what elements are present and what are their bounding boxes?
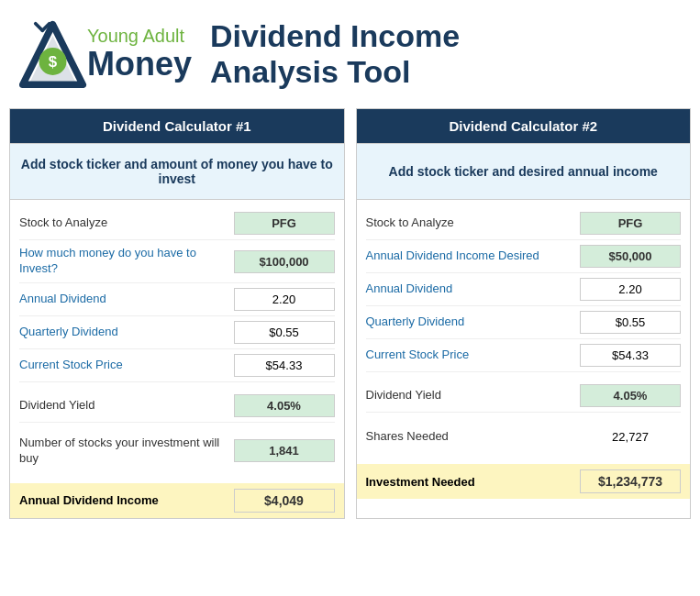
calc2-value-5: 4.05% <box>580 384 681 407</box>
calc1-value-5: 4.05% <box>234 394 335 417</box>
calc1-label-6: Number of stocks your investment will bu… <box>19 430 234 472</box>
calc2-annual-row: Investment Needed $1,234,773 <box>357 464 691 499</box>
calc1-value-6: 1,841 <box>234 439 335 462</box>
calc2-label-4: Current Stock Price <box>366 342 581 369</box>
calc1-value-2: 2.20 <box>234 288 335 311</box>
table-row: Shares Needed 22,727 <box>366 420 682 453</box>
calc1-annual-row: Annual Dividend Income $4,049 <box>10 483 344 518</box>
calc2-label-0: Stock to Analyze <box>366 210 581 237</box>
calc1-annual-label: Annual Dividend Income <box>19 493 234 507</box>
calc2-label-3: Quarterly Dividend <box>366 309 581 336</box>
calculator-1: Dividend Calculator #1 Add stock ticker … <box>9 108 345 519</box>
calc2-annual-value: $1,234,773 <box>580 469 681 493</box>
calc2-value-1[interactable]: $50,000 <box>580 245 681 268</box>
logo-text: Young Adult Money <box>87 26 192 83</box>
logo-area: $ Young Adult Money <box>18 20 192 89</box>
calc2-value-0[interactable]: PFG <box>580 212 681 235</box>
calc2-label-6: Shares Needed <box>366 424 581 450</box>
table-row: Dividend Yield 4.05% <box>366 380 682 413</box>
table-row: Number of stocks your investment will bu… <box>19 430 335 472</box>
calc1-label-4: Current Stock Price <box>19 352 234 379</box>
calc2-body: Stock to Analyze PFG Annual Dividend Inc… <box>357 200 691 460</box>
calc1-label-3: Quarterly Dividend <box>19 319 234 346</box>
table-row: Quarterly Dividend $0.55 <box>19 316 335 349</box>
table-row: Current Stock Price $54.33 <box>19 349 335 382</box>
calc1-value-0[interactable]: PFG <box>234 212 335 235</box>
calc2-label-5: Dividend Yield <box>366 382 581 409</box>
calc2-value-2: 2.20 <box>580 278 681 301</box>
svg-text:$: $ <box>49 52 58 70</box>
logo-money: Money <box>87 46 192 83</box>
table-row: How much money do you have to Invest? $1… <box>19 240 335 283</box>
logo-icon: $ <box>18 20 87 89</box>
table-row: Stock to Analyze PFG <box>19 207 335 240</box>
calc1-label-0: Stock to Analyze <box>19 210 234 237</box>
calc2-value-4: $54.33 <box>580 344 681 367</box>
table-row: Annual Dividend 2.20 <box>19 283 335 316</box>
calc2-annual-label: Investment Needed <box>366 475 581 489</box>
calc1-value-4: $54.33 <box>234 354 335 377</box>
calc1-value-1[interactable]: $100,000 <box>234 250 335 273</box>
calc2-value-3: $0.55 <box>580 311 681 334</box>
main-title-line1: Dividend Income <box>210 18 460 54</box>
calc1-label-5: Dividend Yield <box>19 392 234 419</box>
title-area: Dividend Income Analysis Tool <box>210 18 460 90</box>
calc1-label-1: How much money do you have to Invest? <box>19 240 234 282</box>
calc2-header: Dividend Calculator #2 <box>357 109 691 143</box>
calc2-subheader: Add stock ticker and desired annual inco… <box>357 143 691 200</box>
main-title-line2: Analysis Tool <box>210 54 460 90</box>
calc1-subheader: Add stock ticker and amount of money you… <box>10 143 344 200</box>
calculators-container: Dividend Calculator #1 Add stock ticker … <box>9 108 691 519</box>
table-row: Annual Dividend 2.20 <box>366 273 682 306</box>
table-row: Dividend Yield 4.05% <box>19 390 335 423</box>
table-row: Quarterly Dividend $0.55 <box>366 306 682 339</box>
calc1-label-2: Annual Dividend <box>19 286 234 313</box>
calc2-value-6: 22,727 <box>580 426 681 447</box>
calc2-label-2: Annual Dividend <box>366 276 581 303</box>
calculator-2: Dividend Calculator #2 Add stock ticker … <box>356 108 692 519</box>
table-row: Stock to Analyze PFG <box>366 207 682 240</box>
calc1-value-3: $0.55 <box>234 321 335 344</box>
logo-young-adult: Young Adult <box>87 26 192 46</box>
calc1-body: Stock to Analyze PFG How much money do y… <box>10 200 344 480</box>
calc1-annual-value: $4,049 <box>234 489 335 513</box>
calc2-label-1: Annual Dividend Income Desired <box>366 243 581 270</box>
page-header: $ Young Adult Money Dividend Income Anal… <box>9 9 691 104</box>
table-row: Annual Dividend Income Desired $50,000 <box>366 240 682 273</box>
table-row: Current Stock Price $54.33 <box>366 339 682 372</box>
calc1-header: Dividend Calculator #1 <box>10 109 344 143</box>
